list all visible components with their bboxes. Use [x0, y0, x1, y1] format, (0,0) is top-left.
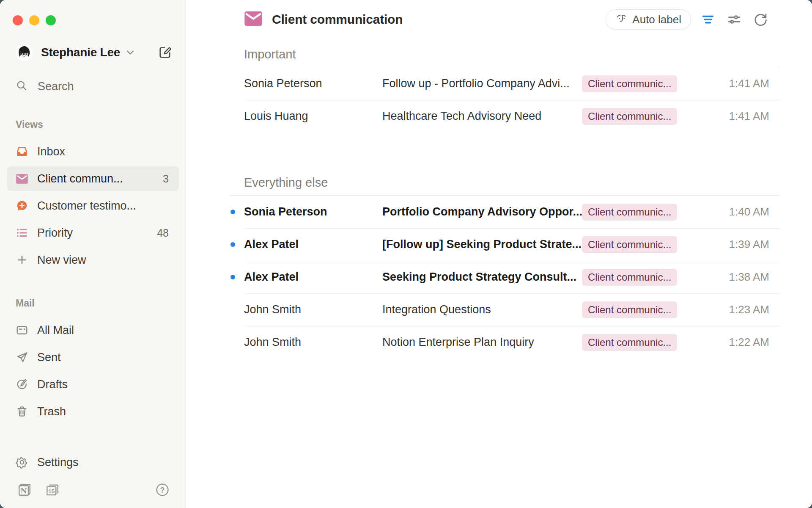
- mail-section: Important Sonia Peterson Follow up - Por…: [230, 45, 780, 133]
- sidebar-item-label: Client commun...: [37, 172, 123, 185]
- search-label: Search: [38, 80, 74, 93]
- sidebar-item-label: Drafts: [37, 378, 68, 391]
- sidebar-item-label: Trash: [37, 405, 66, 418]
- sender: Alex Patel: [244, 271, 382, 284]
- label-badge[interactable]: Client communic...: [582, 301, 677, 318]
- settings-nav: Settings: [0, 449, 186, 476]
- sidebar-item-label: Sent: [37, 351, 61, 364]
- sidebar-item-label: Priority: [37, 226, 73, 240]
- views-section-label: Views: [0, 119, 186, 130]
- sidebar-item-label: Customer testimo...: [37, 199, 136, 213]
- chevron-down-icon: [126, 50, 134, 55]
- sidebar-item-drafts[interactable]: Drafts: [7, 372, 179, 397]
- window-controls: [0, 0, 186, 25]
- timestamp: 1:38 AM: [696, 271, 780, 284]
- mail-row[interactable]: Louis Huang Healthcare Tech Advisory Nee…: [230, 100, 780, 133]
- ai-face-icon: [615, 13, 627, 26]
- section-rows: Sonia Peterson Follow up - Portfolio Com…: [230, 67, 780, 133]
- minimize-window-button[interactable]: [29, 15, 39, 25]
- sidebar-item-trash[interactable]: Trash: [7, 399, 179, 424]
- mail-row[interactable]: John Smith Notion Enterprise Plan Inquir…: [230, 326, 780, 359]
- subject: Portfolio Company Advisory Oppor...: [382, 205, 582, 218]
- timestamp: 1:40 AM: [696, 205, 780, 218]
- close-window-button[interactable]: [13, 15, 23, 25]
- sidebar-item-inbox[interactable]: Inbox: [7, 139, 179, 164]
- mail-list: Important Sonia Peterson Follow up - Por…: [186, 39, 812, 508]
- app-window: Stephanie Lee Search Views: [0, 0, 812, 508]
- all-mail-icon: [16, 324, 28, 337]
- unread-dot: [230, 210, 235, 214]
- list-icon: [16, 226, 28, 239]
- zoom-window-button[interactable]: [46, 15, 56, 25]
- account-switcher[interactable]: Stephanie Lee: [0, 43, 186, 62]
- mail-row[interactable]: Sonia Peterson Follow up - Portfolio Com…: [230, 67, 780, 100]
- mail-section: Everything else Sonia Peterson Portfolio…: [230, 173, 780, 359]
- unread-dot-cell: [230, 114, 244, 119]
- compose-icon[interactable]: [158, 46, 172, 59]
- sidebar-item-label: New view: [37, 254, 86, 267]
- svg-text:?: ?: [160, 486, 165, 494]
- mail-label-icon: [244, 11, 263, 28]
- filter-icon[interactable]: [699, 10, 717, 29]
- label-badge[interactable]: Client communic...: [582, 204, 677, 221]
- mail-row[interactable]: Alex Patel Seeking Product Strategy Cons…: [230, 261, 780, 293]
- unread-dot: [230, 275, 235, 279]
- label-badge[interactable]: Client communic...: [582, 269, 677, 286]
- auto-label-button[interactable]: Auto label: [606, 9, 691, 30]
- timestamp: 1:22 AM: [696, 336, 780, 349]
- unread-dot-cell: [230, 81, 244, 86]
- mail-section-label: Mail: [0, 297, 186, 309]
- search-icon: [16, 80, 27, 93]
- envelope-icon: [16, 172, 28, 185]
- help-icon[interactable]: ?: [155, 483, 170, 497]
- avatar: [16, 44, 33, 61]
- page-title: Client communication: [272, 12, 403, 27]
- subject: Seeking Product Strategy Consult...: [382, 271, 582, 284]
- display-settings-icon[interactable]: [725, 10, 743, 29]
- svg-text:N: N: [21, 487, 27, 495]
- label-badge[interactable]: Client communic...: [582, 108, 677, 125]
- section-rows: Sonia Peterson Portfolio Company Advisor…: [230, 196, 780, 359]
- refresh-icon[interactable]: [751, 10, 770, 29]
- search-button[interactable]: Search: [0, 77, 186, 96]
- trash-icon: [16, 405, 28, 418]
- unread-dot-cell: [230, 242, 244, 247]
- mail-row[interactable]: John Smith Integration Questions Client …: [230, 293, 780, 326]
- calendar-icon[interactable]: 15: [45, 482, 60, 497]
- label-badge[interactable]: Client communic...: [582, 334, 677, 351]
- main-content: Client communication Auto label: [186, 0, 812, 508]
- sidebar-item-all-mail[interactable]: All Mail: [7, 318, 179, 342]
- mail-row[interactable]: Alex Patel [Follow up] Seeking Product S…: [230, 228, 780, 261]
- inbox-icon: [16, 145, 28, 158]
- sender: John Smith: [244, 303, 382, 316]
- sidebar-item-customer-testimonial[interactable]: Customer testimo...: [7, 193, 179, 218]
- subject: [Follow up] Seeking Product Strate...: [382, 238, 582, 251]
- sender: John Smith: [244, 336, 382, 349]
- timestamp: 1:41 AM: [696, 110, 780, 123]
- sender: Sonia Peterson: [244, 77, 382, 90]
- unread-dot-cell: [230, 210, 244, 214]
- send-icon: [16, 351, 28, 364]
- sidebar-item-sent[interactable]: Sent: [7, 345, 179, 370]
- unread-dot: [230, 242, 235, 247]
- subject: Notion Enterprise Plan Inquiry: [382, 336, 582, 349]
- label-badge[interactable]: Client communic...: [582, 75, 677, 92]
- settings-button[interactable]: Settings: [7, 450, 179, 475]
- timestamp: 1:23 AM: [696, 303, 780, 316]
- mail-row[interactable]: Sonia Peterson Portfolio Company Advisor…: [230, 196, 780, 228]
- new-view-button[interactable]: New view: [7, 248, 179, 272]
- subject: Integration Questions: [382, 303, 582, 316]
- gear-icon: [16, 456, 28, 469]
- sidebar-item-client-communication[interactable]: Client commun... 3: [7, 166, 179, 191]
- sidebar-item-priority[interactable]: Priority 48: [7, 221, 179, 245]
- item-count: 48: [157, 227, 169, 239]
- mail-nav: All Mail Sent Drafts: [0, 317, 186, 425]
- sender: Alex Patel: [244, 238, 382, 251]
- sender: Louis Huang: [244, 110, 382, 123]
- sidebar-item-label: All Mail: [37, 324, 74, 337]
- chat-plus-icon: [16, 199, 28, 212]
- label-badge[interactable]: Client communic...: [582, 236, 677, 253]
- notion-logo-icon[interactable]: N: [17, 482, 32, 497]
- auto-label-text: Auto label: [632, 13, 681, 26]
- unread-dot-cell: [230, 340, 244, 345]
